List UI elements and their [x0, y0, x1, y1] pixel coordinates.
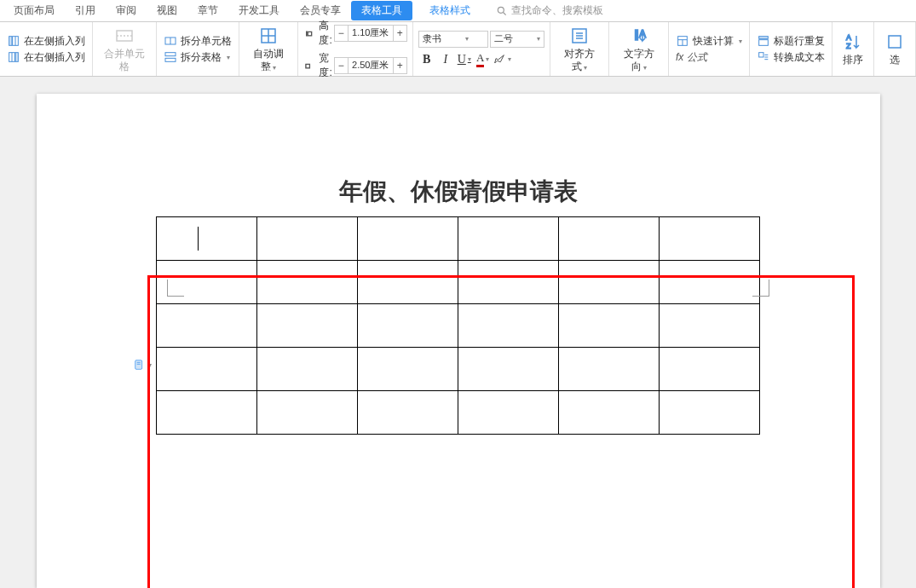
table-cell[interactable]	[157, 348, 257, 391]
table-cell[interactable]	[660, 348, 760, 391]
text-direction-button[interactable]: ‖A 文字方向▾	[614, 24, 663, 74]
font-size-combo[interactable]: 二号 ▾	[490, 31, 544, 48]
svg-point-0	[498, 7, 504, 13]
row-height-spinner[interactable]: − 1.10厘米 +	[334, 25, 407, 42]
main-tabs: 页面布局 引用 审阅 视图 章节 开发工具 会员专享 表格工具 表格样式 查找命…	[0, 0, 916, 22]
svg-text:A: A	[846, 33, 851, 42]
table-cell[interactable]	[257, 348, 358, 391]
chevron-down-icon: ▾	[486, 55, 489, 63]
split-cells-button[interactable]: 拆分单元格	[162, 33, 233, 49]
tab-review[interactable]: 审阅	[106, 0, 147, 21]
split-table-button[interactable]: 拆分表格 ▾	[162, 49, 233, 66]
ribbon-toolbar: 在左侧插入列 在右侧插入列 合并单元格 拆分单元格 拆分表格 ▾ 自动调整▾	[0, 22, 916, 77]
insert-right-label: 在右侧插入列	[24, 50, 85, 65]
paragraph-gutter-button[interactable]: ▾	[133, 358, 152, 372]
table-row[interactable]	[157, 261, 760, 304]
table-cell[interactable]	[257, 304, 358, 348]
table-cell[interactable]	[458, 261, 559, 304]
table-row[interactable]	[157, 304, 760, 348]
table-cell[interactable]	[458, 304, 559, 348]
table-cell[interactable]	[257, 261, 358, 304]
table-cell[interactable]	[257, 217, 358, 261]
height-label: 高度:	[319, 19, 331, 48]
select-button[interactable]: 选	[879, 30, 910, 67]
table-cell[interactable]	[660, 304, 760, 348]
table-cell[interactable]	[660, 217, 760, 261]
chevron-down-icon: ▾	[468, 55, 471, 63]
alignment-button[interactable]: 对齐方式▾	[556, 24, 604, 74]
font-name-value: 隶书	[423, 32, 464, 45]
table-row[interactable]	[157, 391, 760, 435]
document-title[interactable]: 年假、休假请假申请表	[37, 176, 880, 208]
italic-button[interactable]: I	[437, 51, 454, 68]
convert-text-button[interactable]: 转换成文本	[755, 49, 827, 66]
table-cell[interactable]	[458, 391, 559, 435]
auto-fit-label: 自动调整	[253, 48, 284, 72]
chevron-down-icon: ▾	[537, 35, 540, 43]
width-plus[interactable]: +	[393, 58, 406, 73]
underline-button[interactable]: U▾	[456, 51, 473, 68]
height-minus[interactable]: −	[335, 26, 349, 41]
tab-references[interactable]: 引用	[65, 0, 106, 21]
font-name-combo[interactable]: 隶书 ▾	[418, 31, 488, 48]
convert-text-label: 转换成文本	[774, 50, 825, 65]
sort-label: 排序	[843, 54, 863, 66]
width-minus[interactable]: −	[335, 58, 349, 73]
command-search[interactable]: 查找命令、搜索模板	[496, 3, 603, 18]
table-cell[interactable]	[358, 217, 458, 261]
svg-rect-12	[165, 53, 176, 56]
chevron-down-icon: ▾	[508, 55, 511, 63]
chevron-down-icon: ▾	[273, 64, 276, 72]
table-cell[interactable]	[358, 348, 458, 391]
table-row[interactable]	[157, 348, 760, 391]
chevron-down-icon: ▾	[227, 54, 230, 61]
split-table-label: 拆分表格	[181, 50, 222, 65]
table-row[interactable]	[157, 217, 760, 261]
select-label: 选	[890, 54, 900, 66]
insert-column-left[interactable]: 在左侧插入列	[5, 33, 87, 49]
paragraph-icon	[133, 358, 147, 372]
table-cell[interactable]	[358, 391, 458, 435]
col-width-spinner[interactable]: − 2.50厘米 +	[334, 57, 407, 74]
table-cell[interactable]	[358, 261, 458, 304]
document-table[interactable]	[156, 216, 760, 435]
table-cell[interactable]	[559, 348, 660, 391]
select-icon	[884, 32, 905, 52]
width-label: 宽度:	[319, 51, 331, 80]
chevron-down-icon: ▾	[584, 64, 587, 72]
height-plus[interactable]: +	[393, 26, 406, 41]
font-color-button[interactable]: A▾	[475, 51, 492, 68]
tab-developer[interactable]: 开发工具	[228, 0, 290, 21]
table-cell[interactable]	[157, 217, 257, 261]
split-cells-label: 拆分单元格	[181, 34, 232, 49]
table-cell[interactable]	[458, 217, 559, 261]
quick-calc-button[interactable]: 快速计算▾	[674, 33, 744, 49]
table-cell[interactable]	[559, 304, 660, 348]
insert-column-right[interactable]: 在右侧插入列	[5, 49, 87, 66]
table-cell[interactable]	[559, 217, 660, 261]
tab-page-layout[interactable]: 页面布局	[3, 0, 65, 21]
table-cell[interactable]	[559, 391, 660, 435]
table-cell[interactable]	[660, 261, 760, 304]
bold-button[interactable]: B	[418, 51, 435, 68]
document-canvas[interactable]: ▾ 年假、休假请假申请表	[0, 77, 916, 588]
table-cell[interactable]	[157, 304, 257, 348]
sort-button[interactable]: AZ 排序	[838, 30, 868, 67]
repeat-header-button[interactable]: 标题行重复	[755, 33, 827, 49]
table-cell[interactable]	[358, 304, 458, 348]
svg-rect-27	[759, 37, 769, 39]
tab-view[interactable]: 视图	[147, 0, 187, 21]
tab-table-style[interactable]: 表格样式	[419, 0, 481, 21]
document-page[interactable]: ▾ 年假、休假请假申请表	[37, 94, 880, 588]
height-value: 1.10厘米	[349, 26, 393, 39]
table-cell[interactable]	[660, 391, 760, 435]
highlight-button[interactable]: ▾	[493, 51, 510, 68]
formula-button[interactable]: fx 公式	[674, 49, 744, 66]
tab-section[interactable]: 章节	[187, 0, 228, 21]
table-cell[interactable]	[559, 261, 660, 304]
svg-line-1	[504, 12, 506, 14]
table-cell[interactable]	[157, 391, 257, 435]
table-cell[interactable]	[257, 391, 358, 435]
table-cell[interactable]	[458, 348, 559, 391]
auto-fit-button[interactable]: 自动调整▾	[245, 24, 293, 74]
